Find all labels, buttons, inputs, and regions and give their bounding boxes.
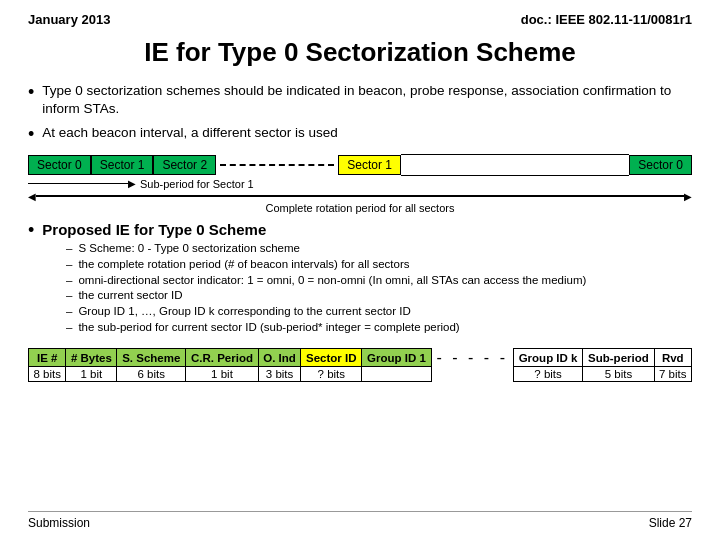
- footer-slide: Slide 27: [649, 516, 692, 530]
- td-sector-id-val: ? bits: [301, 367, 362, 382]
- slide-title: IE for Type 0 Sectorization Scheme: [28, 37, 692, 68]
- bullet-dot-2: •: [28, 125, 34, 143]
- th-o-ind: O. Ind: [258, 349, 301, 367]
- sub-bullets: – S Scheme: 0 - Type 0 sectorization sch…: [66, 241, 692, 337]
- header-left: January 2013: [28, 12, 110, 27]
- ie-table: IE # # Bytes S. Scheme C.R. Period O. In…: [28, 348, 692, 382]
- td-dashes-spacer: [431, 367, 513, 382]
- td-rvd-val: 7 bits: [654, 367, 691, 382]
- ie-table-wrapper: IE # # Bytes S. Scheme C.R. Period O. In…: [28, 348, 692, 382]
- th-group-idk: Group ID k: [513, 349, 582, 367]
- bullet-2: • At each beacon interval, a different s…: [28, 124, 692, 143]
- footer: Submission Slide 27: [28, 511, 692, 530]
- sector-box-1: Sector 1: [91, 155, 154, 175]
- th-cr-period: C.R. Period: [186, 349, 259, 367]
- bullet-text-1: Type 0 sectorization schemes should be i…: [42, 82, 692, 118]
- bullet-dot-proposed: •: [28, 221, 34, 239]
- th-group-id1: Group ID 1: [362, 349, 431, 367]
- sub-bullet-0: – S Scheme: 0 - Type 0 sectorization sch…: [66, 241, 692, 256]
- sector-diagram: Sector 0 Sector 1 Sector 2 Sector 1 Sect…: [28, 154, 692, 214]
- dashed-separator: [220, 164, 334, 166]
- th-s-scheme: S. Scheme: [117, 349, 186, 367]
- th-rvd: Rvd: [654, 349, 691, 367]
- sub-period-label: Sub-period for Sector 1: [140, 178, 254, 190]
- sub-bullet-4: – Group ID 1, …, Group ID k correspondin…: [66, 304, 692, 319]
- complete-rotation-label: Complete rotation period for all sectors: [28, 202, 692, 214]
- sector-box-2: Sector 2: [153, 155, 216, 175]
- bullet-1: • Type 0 sectorization schemes should be…: [28, 82, 692, 118]
- table-dashes: - - - - -: [431, 349, 513, 367]
- sector-box-0: Sector 0: [28, 155, 91, 175]
- sub-bullet-3: – the current sector ID: [66, 288, 692, 303]
- td-ie-num-val: 8 bits: [29, 367, 66, 382]
- bullet-text-2: At each beacon interval, a different sec…: [42, 124, 337, 142]
- td-group-id1-val: [362, 367, 431, 382]
- proposed-heading: Proposed IE for Type 0 Scheme: [42, 221, 266, 238]
- td-o-ind-val: 3 bits: [258, 367, 301, 382]
- th-sector-id: Sector ID: [301, 349, 362, 367]
- bullet-dot-1: •: [28, 83, 34, 101]
- proposed-heading-row: • Proposed IE for Type 0 Scheme: [28, 220, 692, 239]
- th-ie-num: IE #: [29, 349, 66, 367]
- td-s-scheme-val: 6 bits: [117, 367, 186, 382]
- th-sub-period: Sub-period: [583, 349, 654, 367]
- ie-table-row: 8 bits 1 bit 6 bits 1 bit 3 bits ? bits …: [29, 367, 692, 382]
- th-bytes: # Bytes: [66, 349, 117, 367]
- footer-submission: Submission: [28, 516, 90, 530]
- header-right: doc.: IEEE 802.11-11/0081r1: [521, 12, 692, 27]
- sub-bullet-2: – omni-directional sector indicator: 1 =…: [66, 273, 692, 288]
- td-sub-period-val: 5 bits: [583, 367, 654, 382]
- td-group-idk-val: ? bits: [513, 367, 582, 382]
- td-cr-period-val: 1 bit: [186, 367, 259, 382]
- sub-bullet-1: – the complete rotation period (# of bea…: [66, 257, 692, 272]
- sector-box-right-1: Sector 1: [338, 155, 401, 175]
- sub-bullet-5: – the sub-period for current sector ID (…: [66, 320, 692, 335]
- td-bytes-val: 1 bit: [66, 367, 117, 382]
- sector-box-right-0: Sector 0: [629, 155, 692, 175]
